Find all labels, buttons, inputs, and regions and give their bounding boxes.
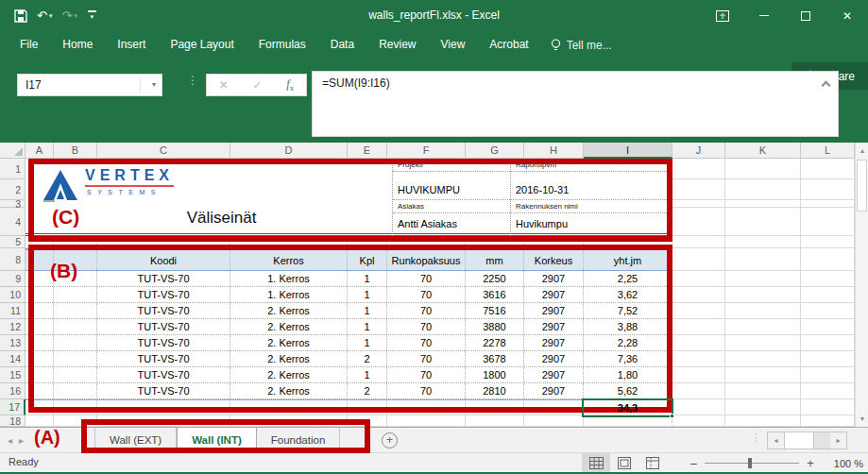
horizontal-scrollbar[interactable]: ◂ ▸	[767, 432, 847, 449]
ribbon-tab-formulas[interactable]: Formulas	[247, 31, 318, 59]
new-sheet-button[interactable]: +	[382, 432, 398, 449]
scroll-right-icon[interactable]: ▸	[830, 432, 846, 449]
formula-zone: I17 ▾ ⋮ ✕ ✓ fx =SUM(I9:I16)	[0, 59, 868, 143]
ribbon-display-options-icon	[716, 10, 729, 22]
zoom-slider-thumb[interactable]	[748, 458, 752, 468]
annotation-label-a: (A)	[34, 427, 60, 449]
row-header-14[interactable]: 14	[0, 351, 26, 367]
spreadsheet-grid: ABCDEFGHIJKL 1234589101112131415161718 V…	[0, 143, 868, 427]
horizontal-scroll-thumb[interactable]	[784, 432, 814, 449]
annotation-box-b	[28, 245, 672, 413]
row-header-13[interactable]: 13	[0, 335, 26, 351]
hscroll-grip[interactable]: ⋮	[751, 434, 761, 440]
zoom-in-button[interactable]: +	[803, 456, 818, 470]
window-controls: ✕	[702, 0, 868, 31]
lightbulb-icon	[551, 39, 561, 52]
tell-me-box[interactable]: Tell me...	[551, 39, 612, 52]
maximize-button[interactable]	[785, 0, 826, 31]
ribbon-display-options-button[interactable]	[702, 0, 743, 31]
row-header-10[interactable]: 10	[0, 287, 26, 303]
column-header-C[interactable]: C	[97, 143, 230, 159]
excel-window: ↶▾ ↷▾ ▾ walls_reportFl.xlsx - Excel ✕ Fi…	[0, 0, 868, 474]
name-box-dropdown-icon[interactable]: ▾	[152, 75, 156, 95]
ribbon-tab-view[interactable]: View	[429, 31, 478, 59]
column-header-F[interactable]: F	[387, 143, 466, 159]
fill-handle[interactable]	[670, 414, 674, 418]
ribbon-tab-home[interactable]: Home	[50, 31, 105, 59]
row-header-4[interactable]: 4	[0, 208, 26, 236]
column-headers: ABCDEFGHIJKL	[26, 143, 855, 159]
ribbon-tab-file[interactable]: File	[8, 31, 50, 59]
ribbon-tab-review[interactable]: Review	[366, 31, 428, 59]
column-header-D[interactable]: D	[230, 143, 348, 159]
select-all-corner[interactable]	[0, 143, 26, 159]
gridline	[724, 159, 725, 427]
vertical-scrollbar[interactable]: ▲ ▼	[855, 143, 868, 427]
annotation-label-c: (C)	[52, 206, 79, 229]
status-ready-label: Ready	[9, 456, 39, 467]
column-header-J[interactable]: J	[672, 143, 725, 159]
column-header-E[interactable]: E	[348, 143, 387, 159]
next-sheet-icon[interactable]: ▸	[19, 435, 24, 446]
vertical-scroll-thumb[interactable]	[857, 160, 867, 212]
page-break-preview-icon	[646, 457, 659, 469]
ribbon-tab-data[interactable]: Data	[318, 31, 366, 59]
formula-buttons: ✕ ✓ fx	[206, 74, 307, 96]
ribbon-tab-page-layout[interactable]: Page Layout	[158, 31, 246, 59]
zoom-level-label[interactable]: 100 %	[829, 458, 868, 469]
previous-sheet-icon[interactable]: ◂	[8, 435, 12, 446]
scroll-left-icon[interactable]: ◂	[768, 432, 784, 449]
scroll-down-icon[interactable]: ▼	[856, 412, 868, 426]
row-header-5[interactable]: 5	[0, 236, 26, 248]
row-header-1[interactable]: 1	[0, 159, 26, 179]
sheet-nav-arrows: ◂ ▸	[8, 428, 24, 453]
normal-view-icon	[589, 457, 604, 469]
row-header-16[interactable]: 16	[0, 383, 26, 399]
formula-text: =SUM(I9:I16)	[322, 76, 390, 90]
column-header-H[interactable]: H	[524, 143, 584, 159]
annotation-box-c	[28, 159, 672, 242]
sum-total-value: 34,3	[618, 402, 638, 414]
formula-bar-grip[interactable]: ⋮	[187, 76, 198, 85]
close-button[interactable]: ✕	[826, 0, 868, 31]
formula-bar[interactable]: =SUM(I9:I16)	[312, 71, 839, 137]
row-header-15[interactable]: 15	[0, 367, 26, 383]
column-header-I[interactable]: I	[584, 143, 672, 159]
ribbon-tab-row: FileHomeInsertPage LayoutFormulasDataRev…	[0, 31, 868, 59]
normal-view-button[interactable]	[582, 453, 610, 473]
page-layout-icon	[618, 457, 631, 469]
ribbon-tab-acrobat[interactable]: Acrobat	[477, 31, 540, 59]
ribbon-tabs: FileHomeInsertPage LayoutFormulasDataRev…	[0, 31, 541, 59]
row-header-17[interactable]: 17	[0, 399, 26, 415]
column-header-G[interactable]: G	[466, 143, 524, 159]
zoom-out-button[interactable]: −	[686, 456, 701, 471]
insert-function-icon[interactable]: fx	[286, 77, 294, 93]
row-header-12[interactable]: 12	[0, 319, 26, 335]
minimize-button[interactable]	[743, 0, 785, 31]
row-header-8[interactable]: 8	[0, 248, 26, 271]
column-header-A[interactable]: A	[26, 143, 54, 159]
row-header-2[interactable]: 2	[0, 179, 26, 200]
name-box[interactable]: I17 ▾	[17, 74, 162, 96]
cancel-formula-icon[interactable]: ✕	[219, 78, 229, 92]
page-break-preview-button[interactable]	[638, 453, 667, 473]
selected-cell-I17[interactable]: 34,3	[582, 398, 673, 417]
cells-region[interactable]: VERTEX SYSTEMS Väliseinät Projekti HUVIK…	[26, 159, 855, 427]
enter-formula-icon[interactable]: ✓	[253, 78, 263, 92]
tell-me-label: Tell me...	[567, 39, 612, 52]
row-header-11[interactable]: 11	[0, 303, 26, 319]
collapse-formula-bar-icon[interactable]	[822, 81, 831, 91]
annotation-box-a	[81, 419, 370, 453]
column-header-B[interactable]: B	[54, 143, 97, 159]
row-header-3[interactable]: 3	[0, 200, 26, 208]
column-header-K[interactable]: K	[725, 143, 801, 159]
zoom-slider[interactable]	[705, 463, 799, 464]
gridline	[800, 159, 801, 427]
row-header-9[interactable]: 9	[0, 271, 26, 287]
scroll-up-icon[interactable]: ▲	[856, 144, 868, 158]
gridline	[26, 415, 855, 415]
column-header-L[interactable]: L	[801, 143, 855, 159]
row-header-18[interactable]: 18	[0, 415, 26, 427]
ribbon-tab-insert[interactable]: Insert	[105, 31, 158, 59]
page-layout-view-button[interactable]	[610, 453, 638, 473]
